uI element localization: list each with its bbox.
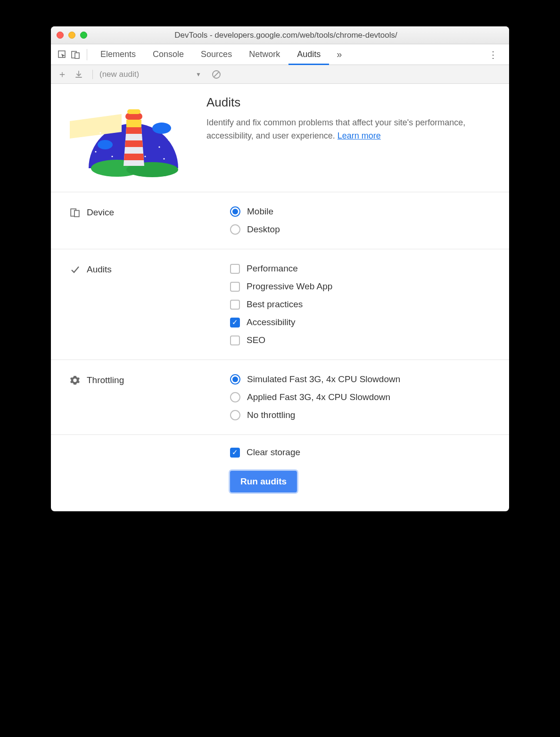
audit-pwa-checkbox[interactable]: Progressive Web App xyxy=(230,281,490,292)
svg-point-15 xyxy=(152,123,171,134)
svg-point-22 xyxy=(95,151,96,152)
throttling-simulated-radio[interactable]: Simulated Fast 3G, 4x CPU Slowdown xyxy=(230,374,490,385)
throttling-applied-radio[interactable]: Applied Fast 3G, 4x CPU Slowdown xyxy=(230,392,490,402)
tab-bar: Elements Console Sources Network Audits … xyxy=(51,44,509,65)
throttling-none-radio[interactable]: No throttling xyxy=(230,410,490,420)
intro-text: Audits Identify and fix common problems … xyxy=(206,95,490,143)
audit-accessibility-checkbox[interactable]: ✓ Accessibility xyxy=(230,317,490,328)
titlebar: DevTools - developers.google.com/web/too… xyxy=(51,26,509,44)
checkbox-icon: ✓ xyxy=(230,318,240,328)
audit-select-label: (new audit) xyxy=(99,70,139,79)
tab-audits[interactable]: Audits xyxy=(288,44,329,65)
audits-label: Audits xyxy=(70,263,230,345)
svg-point-19 xyxy=(158,146,160,147)
audit-performance-checkbox[interactable]: Performance xyxy=(230,263,490,274)
run-section: ✓ Clear storage Run audits xyxy=(51,434,509,492)
throttling-label: Throttling xyxy=(70,374,230,420)
audits-section: Audits Performance Progressive Web App B… xyxy=(51,249,509,360)
tab-console[interactable]: Console xyxy=(144,44,192,65)
divider xyxy=(92,70,93,79)
tab-elements[interactable]: Elements xyxy=(92,44,144,65)
svg-point-16 xyxy=(98,140,113,149)
check-icon xyxy=(70,264,80,275)
intro: Audits Identify and fix common problems … xyxy=(51,95,509,192)
checkbox-icon xyxy=(230,336,240,345)
checkbox-icon: ✓ xyxy=(230,448,240,458)
panel-description: Identify and fix common problems that af… xyxy=(206,116,490,143)
run-audits-button[interactable]: Run audits xyxy=(230,471,297,492)
svg-line-4 xyxy=(214,72,219,77)
checkbox-icon xyxy=(230,282,240,292)
radio-icon xyxy=(230,224,240,235)
panel-heading: Audits xyxy=(206,95,490,110)
svg-rect-2 xyxy=(75,53,79,58)
learn-more-link[interactable]: Learn more xyxy=(338,131,381,140)
device-toolbar-icon[interactable] xyxy=(69,48,82,61)
device-icon xyxy=(70,207,80,218)
new-audit-icon[interactable]: ＋ xyxy=(57,68,68,81)
device-options: Mobile Desktop xyxy=(230,206,490,235)
clear-storage-checkbox[interactable]: ✓ Clear storage xyxy=(230,447,300,458)
audit-bestpractices-checkbox[interactable]: Best practices xyxy=(230,299,490,310)
svg-point-17 xyxy=(99,132,101,133)
svg-rect-25 xyxy=(74,211,79,217)
inspect-element-icon[interactable] xyxy=(56,48,69,61)
divider xyxy=(87,49,87,60)
radio-icon xyxy=(230,206,240,217)
svg-point-21 xyxy=(144,156,146,157)
svg-rect-8 xyxy=(125,113,142,120)
download-icon[interactable] xyxy=(74,70,86,79)
throttling-section: Throttling Simulated Fast 3G, 4x CPU Slo… xyxy=(51,360,509,434)
gear-icon xyxy=(70,375,80,385)
audits-toolbar: ＋ (new audit) ▼ xyxy=(51,65,509,84)
radio-icon xyxy=(230,410,240,420)
radio-icon xyxy=(230,374,240,385)
device-section: Device Mobile Desktop xyxy=(51,192,509,249)
radio-icon xyxy=(230,392,240,402)
window-title: DevTools - developers.google.com/web/too… xyxy=(68,31,503,40)
audits-options: Performance Progressive Web App Best pra… xyxy=(230,263,490,345)
checkbox-icon xyxy=(230,300,240,310)
device-desktop-radio[interactable]: Desktop xyxy=(230,224,490,235)
more-tabs-button[interactable]: » xyxy=(329,49,349,60)
device-label: Device xyxy=(70,206,230,235)
device-mobile-radio[interactable]: Mobile xyxy=(230,206,490,217)
kebab-menu-icon[interactable]: ⋮ xyxy=(482,49,504,60)
svg-rect-10 xyxy=(126,120,141,127)
svg-marker-14 xyxy=(124,154,144,160)
audits-panel: Audits Identify and fix common problems … xyxy=(51,84,509,511)
svg-point-20 xyxy=(168,139,169,140)
devtools-window: DevTools - developers.google.com/web/too… xyxy=(51,26,509,511)
throttling-options: Simulated Fast 3G, 4x CPU Slowdown Appli… xyxy=(230,374,490,420)
clear-icon[interactable] xyxy=(212,70,223,79)
svg-point-23 xyxy=(163,158,165,159)
tab-sources[interactable]: Sources xyxy=(192,44,240,65)
svg-rect-9 xyxy=(127,109,140,114)
svg-marker-12 xyxy=(126,127,142,134)
svg-marker-13 xyxy=(125,140,143,147)
tab-network[interactable]: Network xyxy=(240,44,288,65)
lighthouse-illustration xyxy=(70,95,192,178)
audit-select[interactable]: (new audit) ▼ xyxy=(99,70,201,79)
audit-seo-checkbox[interactable]: SEO xyxy=(230,335,490,345)
close-window-button[interactable] xyxy=(57,32,64,39)
checkbox-icon xyxy=(230,264,240,274)
chevron-down-icon: ▼ xyxy=(196,71,201,78)
svg-point-18 xyxy=(111,156,113,157)
